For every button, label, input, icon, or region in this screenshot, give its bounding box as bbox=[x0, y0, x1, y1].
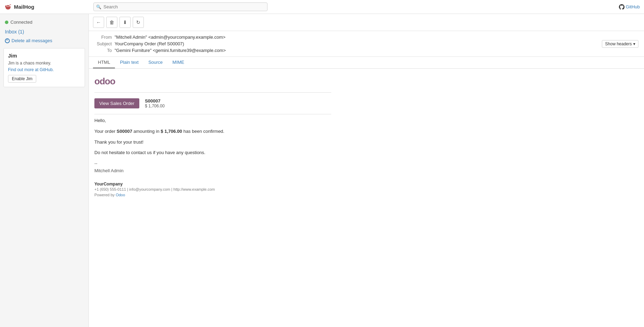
order-confirm-line: Your order S00007 amounting in $ 1,706.0… bbox=[94, 128, 338, 135]
connection-status: Connected bbox=[0, 17, 88, 27]
view-sales-order-button[interactable]: View Sales Order bbox=[94, 98, 139, 108]
top-divider bbox=[94, 92, 331, 93]
company-email: info@yourcompany.com bbox=[129, 187, 170, 191]
odoo-logo: odoo bbox=[94, 76, 638, 87]
from-row: From "Mitchell Admin" <admin@yourcompany… bbox=[94, 34, 638, 40]
delete-icon: 🗑 bbox=[109, 20, 114, 25]
to-row: To "Gemini Furniture" <gemini.furniture3… bbox=[94, 47, 638, 54]
back-button[interactable]: ← bbox=[93, 17, 104, 28]
github-link[interactable]: GitHub bbox=[619, 4, 640, 10]
tab-plain-text[interactable]: Plain text bbox=[115, 57, 143, 68]
from-label: From bbox=[94, 35, 112, 40]
sig-dashes: -- bbox=[94, 160, 338, 167]
to-label: To bbox=[94, 48, 112, 53]
refresh-icon: ↻ bbox=[136, 20, 140, 25]
mid-divider bbox=[94, 114, 331, 114]
main-content: ← 🗑 ⬇ ↻ From "Mitchell Admin" <admin@you… bbox=[89, 14, 644, 327]
company-website: http://www.example.com bbox=[173, 187, 215, 191]
jim-description: Jim is a chaos monkey. bbox=[8, 61, 80, 66]
sig-name: Mitchell Admin bbox=[94, 167, 338, 175]
show-headers-button[interactable]: Show headers ▾ bbox=[602, 40, 638, 48]
tab-html[interactable]: HTML bbox=[93, 57, 115, 68]
svg-point-5 bbox=[7, 7, 8, 8]
thank-you-line: Thank you for your trust! bbox=[94, 139, 338, 146]
search-wrap: 🔍 bbox=[93, 2, 267, 11]
company-contact: +1 (650) 555-0111 | info@yourcompany.com… bbox=[94, 187, 638, 191]
refresh-button[interactable]: ↻ bbox=[133, 17, 144, 28]
powered-by: Powered by Odoo bbox=[94, 193, 638, 197]
email-toolbar: ← 🗑 ⬇ ↻ bbox=[89, 14, 644, 31]
search-icon: 🔍 bbox=[96, 5, 101, 9]
order-amount: $ 1,706.00 bbox=[145, 104, 165, 108]
odoo-logo-text: odoo bbox=[94, 76, 115, 87]
to-value: "Gemini Furniture" <gemini.furniture39@e… bbox=[115, 48, 226, 53]
enable-jim-button[interactable]: Enable Jim bbox=[8, 75, 36, 83]
delete-label: Delete all messages bbox=[11, 38, 52, 43]
download-icon: ⬇ bbox=[123, 20, 127, 25]
app-name: MailHog bbox=[14, 4, 34, 10]
jim-heading: Jim bbox=[8, 53, 80, 59]
show-headers-label: Show headers bbox=[605, 41, 632, 46]
order-ref: S00007 bbox=[145, 98, 165, 104]
download-button[interactable]: ⬇ bbox=[119, 17, 131, 28]
email-tabs: HTML Plain text Source MIME bbox=[89, 57, 644, 69]
from-value: "Mitchell Admin" <admin@yourcompany.exam… bbox=[115, 35, 225, 40]
github-icon bbox=[619, 4, 624, 10]
order-info: S00007 $ 1,706.00 bbox=[145, 98, 165, 108]
subject-label: Subject bbox=[94, 41, 112, 46]
tab-source[interactable]: Source bbox=[143, 57, 168, 68]
jim-panel: Jim Jim is a chaos monkey. Find out more… bbox=[3, 48, 85, 87]
delete-button[interactable]: 🗑 bbox=[106, 17, 117, 28]
svg-point-4 bbox=[5, 5, 7, 7]
email-text-content: Hello, Your order S00007 amounting in $ … bbox=[94, 117, 338, 175]
svg-point-1 bbox=[7, 6, 8, 7]
sidebar: Connected Inbox (1) Delete all messages … bbox=[0, 14, 89, 327]
email-meta: From "Mitchell Admin" <admin@yourcompany… bbox=[89, 31, 644, 57]
subject-row: Subject YourCompany Order (Ref S00007) bbox=[94, 40, 638, 47]
odoo-link[interactable]: Odoo bbox=[116, 193, 125, 197]
status-dot bbox=[5, 21, 8, 24]
sidebar-item-inbox[interactable]: Inbox (1) bbox=[0, 27, 88, 37]
top-navbar: MailHog 🔍 GitHub bbox=[0, 0, 644, 14]
powered-pre: Powered by bbox=[94, 193, 116, 197]
jim-github-link[interactable]: Find out more at GitHub. bbox=[8, 67, 54, 72]
pig-icon bbox=[4, 3, 12, 11]
chevron-down-icon: ▾ bbox=[633, 41, 635, 46]
email-body: odoo View Sales Order S00007 $ 1,706.00 … bbox=[89, 69, 644, 327]
odoo-link-label: Odoo bbox=[116, 193, 125, 197]
footer-company: YourCompany +1 (650) 555-0111 | info@you… bbox=[94, 182, 638, 197]
signature: -- Mitchell Admin bbox=[94, 160, 338, 175]
order-banner: View Sales Order S00007 $ 1,706.00 bbox=[94, 96, 638, 111]
back-icon: ← bbox=[96, 20, 101, 25]
tab-mime[interactable]: MIME bbox=[168, 57, 189, 68]
subject-value: YourCompany Order (Ref S00007) bbox=[115, 41, 184, 46]
company-name: YourCompany bbox=[94, 182, 638, 187]
order-amount-inline: $ 1,706.00 bbox=[161, 129, 182, 134]
svg-point-6 bbox=[8, 7, 9, 8]
view-order-label: View Sales Order bbox=[99, 101, 134, 106]
greeting-line: Hello, bbox=[94, 117, 338, 124]
delete-circle-icon bbox=[5, 38, 10, 43]
inbox-label: Inbox (1) bbox=[5, 29, 24, 35]
order-ref-inline: S00007 bbox=[117, 129, 132, 134]
company-phone: +1 (650) 555-0111 bbox=[94, 187, 126, 191]
sidebar-delete-all[interactable]: Delete all messages bbox=[0, 37, 88, 45]
app-logo: MailHog bbox=[4, 3, 88, 11]
status-label: Connected bbox=[10, 20, 32, 25]
svg-point-2 bbox=[8, 6, 9, 7]
github-label: GitHub bbox=[626, 4, 640, 9]
search-input[interactable] bbox=[93, 2, 267, 11]
contact-line: Do not hesitate to contact us if you hav… bbox=[94, 149, 338, 157]
